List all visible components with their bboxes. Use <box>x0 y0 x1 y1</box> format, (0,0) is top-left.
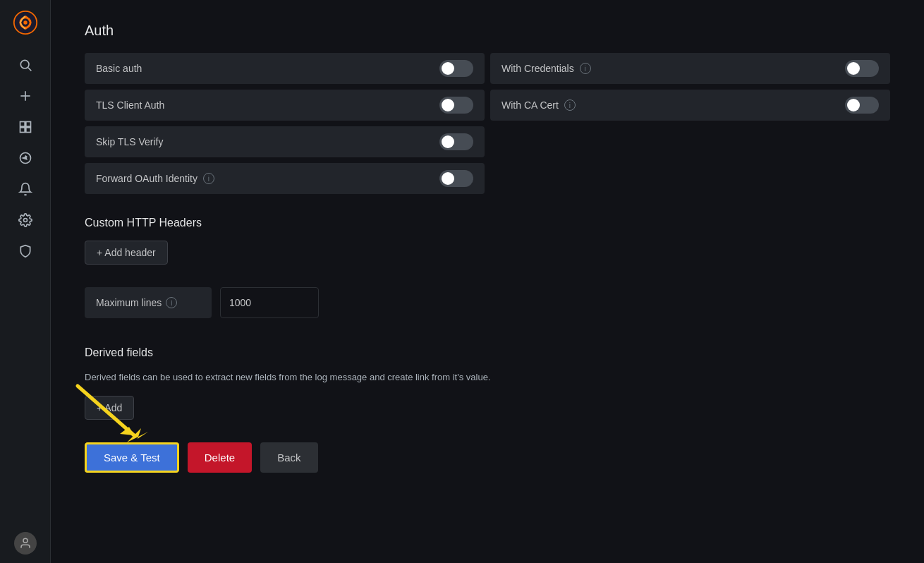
dashboards-icon[interactable] <box>11 113 39 141</box>
with-ca-cert-row: With CA Cert i <box>490 90 890 121</box>
add-derived-field-button[interactable]: + Add <box>85 396 134 420</box>
search-icon[interactable] <box>11 51 39 79</box>
max-lines-row: Maximum lines i <box>85 287 890 318</box>
max-lines-label-text: Maximum lines <box>96 297 162 308</box>
derived-fields-title: Derived fields <box>85 346 890 359</box>
basic-auth-label: Basic auth <box>96 63 142 74</box>
max-lines-label-container: Maximum lines i <box>85 287 212 318</box>
derived-fields-description: Derived fields can be used to extract ne… <box>85 370 890 385</box>
tls-client-auth-toggle[interactable] <box>439 97 473 114</box>
main-content: Auth Basic auth With Credentials i TLS C… <box>51 0 924 563</box>
skip-tls-toggle[interactable] <box>439 133 473 150</box>
svg-marker-15 <box>127 428 148 442</box>
bottom-actions: Save & Test Delete Back <box>85 442 890 473</box>
forward-oauth-row: Forward OAuth Identity i <box>85 163 485 194</box>
auth-grid-placeholder <box>490 126 890 157</box>
svg-marker-16 <box>120 427 134 435</box>
tls-client-auth-label: TLS Client Auth <box>96 99 164 111</box>
with-ca-cert-info-icon[interactable]: i <box>564 99 576 111</box>
svg-point-13 <box>23 538 28 543</box>
with-ca-cert-toggle[interactable] <box>845 97 879 114</box>
svg-point-2 <box>23 20 27 24</box>
skip-tls-row: Skip TLS Verify <box>85 126 485 157</box>
skip-tls-label: Skip TLS Verify <box>96 136 163 147</box>
svg-rect-7 <box>20 122 25 127</box>
avatar[interactable] <box>14 532 37 555</box>
custom-http-headers-section: Custom HTTP Headers + Add header <box>85 217 890 265</box>
svg-rect-10 <box>25 128 30 133</box>
with-credentials-toggle[interactable] <box>845 60 879 77</box>
tls-client-auth-row: TLS Client Auth <box>85 90 485 121</box>
with-ca-cert-label: With CA Cert i <box>501 99 576 111</box>
auth-section-title: Auth <box>85 23 890 39</box>
auth-grid-placeholder2 <box>490 163 890 194</box>
explore-icon[interactable] <box>11 144 39 172</box>
svg-line-4 <box>28 68 31 71</box>
auth-grid: Basic auth With Credentials i TLS Client… <box>85 53 890 194</box>
delete-button[interactable]: Delete <box>188 442 252 473</box>
shield-icon[interactable] <box>11 237 39 265</box>
forward-oauth-label: Forward OAuth Identity i <box>96 173 214 184</box>
forward-oauth-toggle[interactable] <box>439 170 473 187</box>
max-lines-info-icon[interactable]: i <box>166 297 177 308</box>
grafana-logo[interactable] <box>11 8 39 37</box>
alerting-icon[interactable] <box>11 175 39 203</box>
basic-auth-row: Basic auth <box>85 53 485 84</box>
with-credentials-label: With Credentials i <box>501 63 591 74</box>
add-header-button[interactable]: + Add header <box>85 241 168 265</box>
settings-icon[interactable] <box>11 206 39 234</box>
svg-rect-8 <box>25 122 30 127</box>
basic-auth-toggle[interactable] <box>439 60 473 77</box>
svg-rect-9 <box>20 128 25 133</box>
svg-point-3 <box>20 60 29 68</box>
sidebar <box>0 0 51 563</box>
max-lines-input[interactable] <box>220 287 319 318</box>
with-credentials-info-icon[interactable]: i <box>580 63 591 74</box>
with-credentials-row: With Credentials i <box>490 53 890 84</box>
svg-point-12 <box>23 219 27 222</box>
custom-http-headers-title: Custom HTTP Headers <box>85 217 890 229</box>
back-button[interactable]: Back <box>260 442 317 473</box>
save-test-button[interactable]: Save & Test <box>85 442 179 473</box>
forward-oauth-info-icon[interactable]: i <box>203 173 214 184</box>
derived-fields-section: Derived fields Derived fields can be use… <box>85 346 890 420</box>
add-icon[interactable] <box>11 82 39 110</box>
